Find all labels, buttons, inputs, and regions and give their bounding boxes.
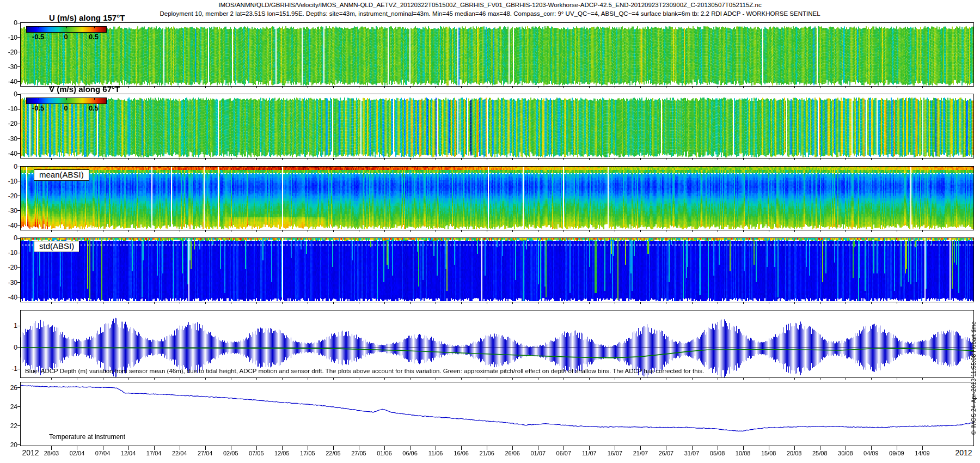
y-tick-label: -20 <box>0 264 17 271</box>
x-tick-mark <box>308 230 308 232</box>
x-tick-mark <box>666 159 666 160</box>
x-tick-mark <box>231 302 231 304</box>
x-tick-mark <box>282 446 283 450</box>
u-panel-title: U (m/s) along 157°T <box>49 13 125 22</box>
x-tick-mark <box>666 230 666 232</box>
x-tick-mark <box>205 446 206 450</box>
y-tick-mark <box>17 167 21 167</box>
x-tick-mark <box>871 87 872 88</box>
std-absi-heatmap <box>21 238 973 302</box>
x-tick-mark <box>666 87 666 88</box>
x-tick-mark <box>205 87 206 88</box>
x-tick-mark <box>512 378 513 380</box>
x-date-label: 15/08 <box>756 450 781 456</box>
x-tick-mark <box>384 446 385 450</box>
x-tick-mark <box>564 159 564 160</box>
y-tick-label: -10 <box>0 178 17 185</box>
x-date-label: 07/04 <box>90 450 115 456</box>
mean-absi-label: mean(ABSI) <box>34 169 89 181</box>
x-tick-mark <box>718 230 718 232</box>
x-tick-mark <box>846 302 846 304</box>
figure-title-line1: IMOS/ANMN/QLD/GBRHIS/Velocity/IMOS_ANMN-… <box>0 2 980 8</box>
x-tick-mark <box>640 378 641 380</box>
x-tick-mark <box>769 378 769 380</box>
x-date-label: 05/08 <box>705 450 730 456</box>
v-colorbar <box>26 98 107 104</box>
x-tick-mark <box>538 230 538 232</box>
x-tick-mark <box>384 87 385 88</box>
panel-v-velocity: -0.5 0 0.5 0-10-20-30-40 <box>21 94 973 158</box>
x-tick-mark <box>333 87 334 88</box>
y-tick-mark <box>17 225 21 226</box>
x-tick-mark <box>154 87 155 88</box>
x-tick-mark <box>359 230 359 232</box>
x-tick-mark <box>410 87 411 88</box>
x-date-label: 26/06 <box>500 450 525 456</box>
colorbar-tick <box>94 98 95 100</box>
y-tick-mark <box>17 282 21 283</box>
x-date-label: 17/04 <box>142 450 167 456</box>
x-tick-mark <box>718 159 718 160</box>
x-tick-mark <box>384 302 385 304</box>
x-tick-mark <box>743 446 744 450</box>
y-tick-mark <box>17 23 21 23</box>
x-tick-mark <box>103 159 103 160</box>
y-tick-mark <box>17 94 21 95</box>
x-tick-mark <box>718 87 718 88</box>
u-colorbar-label-neg: -0.5 <box>26 33 50 41</box>
x-tick-mark <box>615 446 615 450</box>
x-date-label: 12/05 <box>270 450 295 456</box>
x-tick-mark <box>794 446 795 450</box>
x-tick-mark <box>410 378 411 380</box>
x-tick-mark <box>205 159 206 160</box>
y-tick-label: 0 <box>0 90 17 98</box>
y-tick-label: -10 <box>0 105 17 113</box>
colorbar-tick <box>94 27 95 28</box>
x-tick-mark <box>256 87 257 88</box>
x-tick-mark <box>640 302 641 304</box>
x-tick-mark <box>256 446 257 450</box>
y-tick-mark <box>17 425 21 426</box>
x-tick-mark <box>897 302 897 304</box>
x-tick-mark <box>589 378 590 380</box>
x-tick-mark <box>718 302 718 304</box>
x-tick-mark <box>512 302 513 304</box>
y-tick-label: 0 <box>0 344 17 351</box>
y-tick-mark <box>17 326 21 326</box>
x-tick-mark <box>564 87 564 88</box>
x-tick-mark <box>794 159 795 160</box>
x-tick-mark <box>692 87 693 88</box>
x-tick-mark <box>205 230 206 232</box>
x-tick-mark <box>282 159 283 160</box>
y-tick-mark <box>17 297 21 297</box>
imos-watermark: © IMOS 24-Apr-2013 11:55:08 Hobart time <box>970 298 978 458</box>
x-tick-mark <box>333 230 334 232</box>
y-tick-mark <box>17 444 21 445</box>
x-date-label: 11/07 <box>577 450 602 456</box>
x-tick-mark <box>282 378 283 380</box>
colorbar-tick <box>39 98 39 100</box>
x-date-label: 22/04 <box>167 450 192 456</box>
y-tick-mark <box>17 347 21 348</box>
x-tick-mark <box>666 446 666 450</box>
y-tick-label: -30 <box>0 135 17 143</box>
x-tick-mark <box>231 230 231 232</box>
x-tick-mark <box>512 159 513 160</box>
x-date-label: 11/06 <box>423 450 448 456</box>
x-tick-mark <box>51 230 52 232</box>
x-tick-mark <box>743 302 744 304</box>
v-colorbar-label-neg: -0.5 <box>26 104 50 112</box>
x-tick-mark <box>871 302 872 304</box>
x-tick-mark <box>436 230 436 232</box>
x-tick-mark <box>205 302 206 304</box>
x-tick-mark <box>128 302 129 304</box>
y-tick-mark <box>17 196 21 196</box>
x-tick-mark <box>51 159 52 160</box>
x-tick-mark <box>512 446 513 450</box>
x-tick-mark <box>487 87 487 88</box>
y-tick-label: -1 <box>0 365 17 373</box>
x-date-label: 10/08 <box>731 450 756 456</box>
y-tick-label: 20 <box>0 441 17 449</box>
x-date-label: 17/05 <box>295 450 320 456</box>
x-tick-mark <box>333 302 334 304</box>
